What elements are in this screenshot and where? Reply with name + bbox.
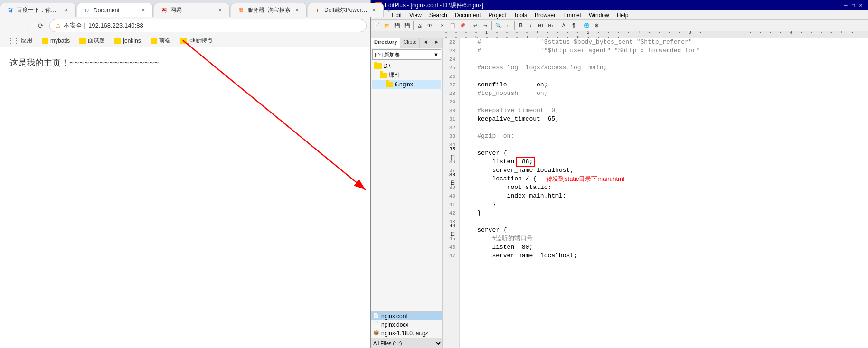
bookmark-jenkins[interactable]: jenkins [111,37,144,45]
code-line-23: # '"$http_user_agent" "$http_x_forwarded… [462,47,868,55]
tab-close-taobao[interactable]: ✕ [293,7,301,14]
bookmark-frontend[interactable]: 前端 [147,36,174,46]
menu-tools[interactable]: Tools [510,11,531,19]
code-line-31: keepalive_timeout 65; [462,115,868,123]
line-num-42: 42 [443,209,457,217]
file-item-nginx-tar[interactable]: 📦 nginx-1.18.0.tar.gz [371,329,442,338]
line-num-23: 23 [443,47,457,55]
tab-title-dell: Dell戴尔PowerEdge R740/R73… [324,6,368,14]
toolbar-settings[interactable]: ⚙ [592,21,601,30]
toolbar-new[interactable]: 📄 [372,21,382,30]
code-line-28: #tcp_nopush on; [462,89,868,98]
code-line-22: # '$status $body_bytes_sent "$http_refer… [462,38,868,47]
file-item-nginx-docx[interactable]: 📄 nginx.docx [371,320,442,329]
line-num-32: 32 [443,123,457,132]
sidebar-tab-directory[interactable]: Directory [371,38,400,48]
menu-view[interactable]: View [406,11,425,19]
toolbar-print[interactable]: 🖨 [415,21,425,30]
tab-dell[interactable]: T Dell戴尔PowerEdge R740/R73… ✕ [308,3,384,17]
bookmark-mybatis[interactable]: mybatis [38,37,74,45]
file-icon-docx: 📄 [373,321,380,328]
menu-project[interactable]: Project [485,11,510,19]
code-line-29 [462,98,868,106]
tab-favicon-taobao: 服 [237,7,245,14]
tab-document[interactable]: D Document ✕ [77,3,153,17]
tab-close-baidu[interactable]: ✕ [62,7,70,14]
toolbar-copy[interactable]: 📋 [448,21,457,30]
editplus-title: EditPlus - [nginx.conf - D:\课件\6.nginx] [385,1,483,9]
toolbar-sep2 [436,21,436,30]
line-num-31: 31 [443,115,457,123]
sidebar-tab-prev[interactable]: ◄ [420,38,431,48]
menu-document[interactable]: Document [451,11,485,19]
tab-close-dell[interactable]: ✕ [370,7,377,14]
address-bar[interactable]: ⚠ 不安全 | 192.168.223.140:88 [49,19,367,32]
toolbar-browser-preview[interactable]: 🌐 [582,21,591,30]
reload-button[interactable]: ⟳ [34,19,47,32]
tree-item-kejiian[interactable]: 课件 [372,70,441,80]
code-line-43 [462,217,868,226]
bookmark-apps[interactable]: ⋮⋮ 应用 [4,36,36,46]
new-tab-button[interactable]: + [387,4,392,17]
toolbar-b[interactable]: B [516,21,526,30]
toolbar-find[interactable]: 🔍 [493,21,503,30]
line-num-35: 35 日 [443,149,457,158]
tab-baidu[interactable]: 百 百度一下，你就知道 ✕ [0,3,76,17]
toolbar-save[interactable]: 💾 [392,21,402,30]
maximize-button[interactable]: □ [850,2,857,9]
sidebar-tab-clipte[interactable]: Clipte [400,38,420,48]
code-line-41: } [462,200,868,209]
tab-wangyi[interactable]: 网 网易 ✕ [154,3,230,17]
file-item-nginx-conf[interactable]: 📄 nginx.conf [371,312,442,320]
sidebar-tab-next[interactable]: ► [431,38,443,48]
tab-taobao[interactable]: 服 服务器_淘宝搜索 ✕ [231,3,307,17]
toolbar-sep3 [469,21,469,30]
folder-icon-nginx [386,82,393,87]
toolbar-print-preview[interactable]: 👁 [425,21,434,30]
tree-item-d[interactable]: D:\ [372,62,441,70]
bookmark-jdk-label: jdk新特点 [189,37,213,45]
menu-search[interactable]: Search [425,11,451,19]
close-button[interactable]: ✕ [858,2,864,9]
toolbar-sep5 [514,21,515,30]
toolbar-undo[interactable]: ↩ [471,21,480,30]
code-line-36: listen 88; [462,158,868,166]
bookmark-interview[interactable]: 面试题 [75,36,109,46]
line-num-46: 46 [443,243,457,252]
toolbar-save-all[interactable]: 💾 [402,21,412,30]
forward-button[interactable]: → [19,19,32,32]
toolbar-h1[interactable]: H1 [536,21,546,30]
menu-window[interactable]: Window [585,11,613,19]
tab-close-wangyi[interactable]: ✕ [216,7,224,14]
file-tree: D:\ 课件 6.nginx [371,61,442,90]
toolbar-redo[interactable]: ↪ [481,21,490,30]
tab-close-document[interactable]: ✕ [139,7,147,14]
bookmark-interview-icon [79,38,86,44]
code-line-24 [462,55,868,64]
menu-browser[interactable]: Browser [531,11,559,19]
file-filter-select[interactable]: All Files (*.*) [371,340,442,347]
toolbar-sep7 [580,21,580,30]
toolbar-cut[interactable]: ✂ [438,21,447,30]
tab-favicon-document: D [83,7,91,14]
tab-favicon-wangyi: 网 [160,7,168,14]
minimize-button[interactable]: ─ [842,2,849,9]
code-line-26 [462,72,868,81]
toolbar-open[interactable]: 📂 [382,21,392,30]
tab-favicon-baidu: 百 [6,7,14,14]
menu-emmet[interactable]: Emmet [559,11,585,19]
tree-item-nginx[interactable]: 6.nginx [372,80,441,89]
toolbar-paste[interactable]: 📌 [458,21,467,30]
toolbar-hx[interactable]: Hx [546,21,556,30]
bookmark-jdk[interactable]: jdk新特点 [176,36,217,46]
toolbar-format[interactable]: ¶ [569,21,578,30]
tab-title-wangyi: 网易 [170,6,214,14]
toolbar-color[interactable]: A [559,21,568,30]
toolbar-replace[interactable]: ↔ [503,21,513,30]
menu-help[interactable]: Help [613,11,632,19]
drive-selector[interactable]: [D:] 新加卷 ▼ [372,49,441,60]
bookmark-jenkins-label: jenkins [123,38,141,44]
toolbar-i[interactable]: I [526,21,536,30]
code-lines[interactable]: # '$status $body_bytes_sent "$http_refer… [460,38,868,348]
back-button[interactable]: ← [4,19,17,32]
